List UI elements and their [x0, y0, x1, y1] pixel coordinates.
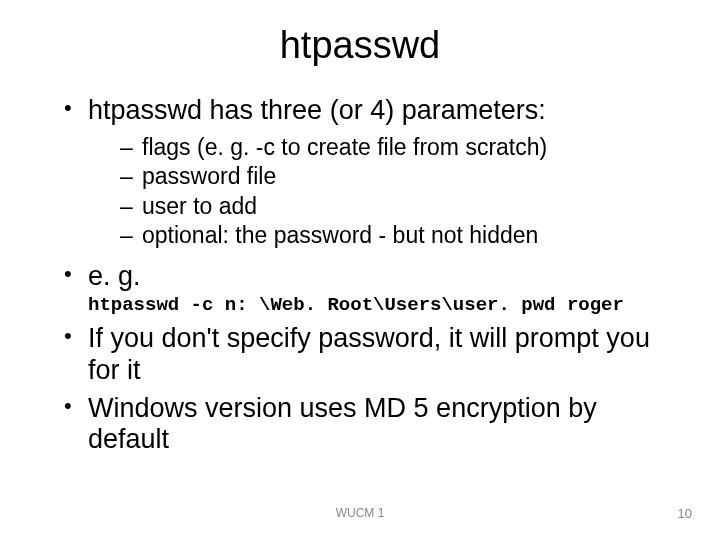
code-line: htpasswd -c n: \Web. Root\Users\user. pw… — [88, 294, 684, 316]
bullet-item: If you don't specify password, it will p… — [64, 323, 684, 387]
sub-bullet-item: user to add — [120, 192, 684, 221]
slide-number: 10 — [678, 506, 692, 521]
sub-bullet-text: optional: the password - but not hidden — [142, 222, 538, 248]
footer-label: WUCM 1 — [0, 506, 720, 520]
sub-bullet-list: flags (e. g. -c to create file from scra… — [120, 133, 684, 251]
bullet-item: htpasswd has three (or 4) parameters: fl… — [64, 95, 684, 251]
sub-bullet-text: flags (e. g. -c to create file from scra… — [142, 134, 547, 160]
sub-bullet-text: password file — [142, 163, 276, 189]
bullet-item: e. g. htpasswd -c n: \Web. Root\Users\us… — [64, 261, 684, 317]
bullet-text: e. g. — [88, 261, 141, 291]
slide-title: htpasswd — [36, 24, 684, 67]
sub-bullet-item: flags (e. g. -c to create file from scra… — [120, 133, 684, 162]
slide-footer: WUCM 1 10 — [0, 506, 720, 526]
bullet-text: Windows version uses MD 5 encryption by … — [88, 393, 597, 455]
bullet-item: Windows version uses MD 5 encryption by … — [64, 393, 684, 457]
sub-bullet-item: optional: the password - but not hidden — [120, 221, 684, 250]
bullet-text: If you don't specify password, it will p… — [88, 323, 650, 385]
slide: htpasswd htpasswd has three (or 4) param… — [0, 0, 720, 540]
bullet-text: htpasswd has three (or 4) parameters: — [88, 95, 546, 125]
sub-bullet-text: user to add — [142, 193, 257, 219]
sub-bullet-item: password file — [120, 162, 684, 191]
bullet-list: htpasswd has three (or 4) parameters: fl… — [64, 95, 684, 456]
